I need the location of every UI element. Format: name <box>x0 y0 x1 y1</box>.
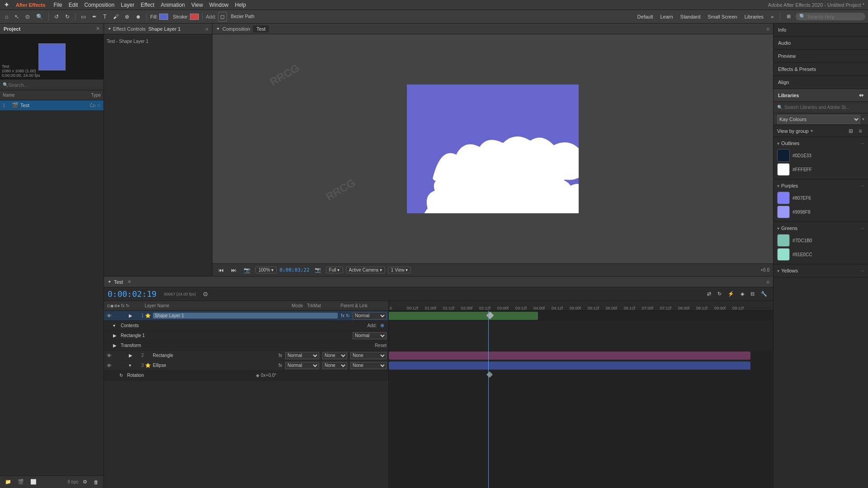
lib-search-input[interactable] <box>784 105 864 110</box>
layer-row-1[interactable]: 👁 ▶ 1 ⭐ Shape Layer 1 fx ↻ Normal <box>104 311 388 321</box>
layer-1-name[interactable]: Shape Layer 1 <box>153 313 338 319</box>
list-view-btn[interactable]: ≡ <box>856 127 864 135</box>
library-select[interactable]: Kay Colours <box>777 115 860 124</box>
menu-item-edit[interactable]: Edit <box>69 2 78 8</box>
layer-2-expand[interactable]: ▶ <box>129 353 135 358</box>
zoom-tool[interactable]: 🔍 <box>34 12 45 22</box>
layer-2-mode[interactable]: Normal <box>285 352 319 359</box>
layer-row-contents[interactable]: ▾ Contents Add: ⊕ <box>104 321 388 331</box>
add-content-btn[interactable]: ⊕ <box>378 321 387 331</box>
purples-header[interactable]: ▾ Purples ··· <box>777 181 864 190</box>
tl-ctrl-4[interactable]: ◈ <box>738 289 746 299</box>
ec-menu-icon[interactable]: ≡ <box>206 26 208 32</box>
menu-item-view[interactable]: View <box>191 2 203 8</box>
menu-item-file[interactable]: File <box>53 2 62 8</box>
layer-3-trkmat[interactable]: None <box>322 362 347 369</box>
rotation-value[interactable]: 0x+0.0° <box>261 373 387 378</box>
bezier-path[interactable]: Bezier Path <box>229 12 257 22</box>
yellows-header[interactable]: ▾ Yellows ··· <box>777 266 864 275</box>
project-item[interactable]: 1 🎬 Test Co ☆ <box>0 100 104 110</box>
layer-3-expand[interactable]: ▾ <box>129 363 135 368</box>
layer-row-3[interactable]: 👁 ▾ 3 ⭐ Ellipse fx Normal <box>104 361 388 371</box>
align-row[interactable]: Align <box>774 76 868 89</box>
track-area[interactable] <box>389 311 773 488</box>
new-folder-btn[interactable]: 📁 <box>3 477 14 487</box>
purples-more-icon[interactable]: ··· <box>861 183 864 188</box>
text-tool[interactable]: T <box>101 12 108 22</box>
workspace-small[interactable]: Small Screen <box>705 13 739 20</box>
layer-row-rect1[interactable]: ▶ Rectangle 1 Normal <box>104 331 388 341</box>
camera-view-select[interactable]: Active Camera ▾ <box>346 267 385 273</box>
layer-2-name[interactable]: Rectangle <box>153 353 275 358</box>
layer-row-2[interactable]: 👁 ▶ 2 Rectangle fx Normal <box>104 351 388 361</box>
timeline-close-icon[interactable]: ✕ <box>127 279 131 284</box>
layer-2-fx-icon[interactable]: fx <box>278 353 282 358</box>
track-bar-1[interactable] <box>389 312 538 320</box>
snap-btn[interactable]: 📷 <box>241 265 253 275</box>
search-bar[interactable]: 🔍 <box>796 13 865 20</box>
new-comp-btn[interactable]: 🎬 <box>15 477 26 487</box>
swatch-0d1e33[interactable] <box>777 149 790 162</box>
new-solid-btn[interactable]: ⬜ <box>28 477 39 487</box>
clone-tool[interactable]: ⊕ <box>123 12 132 22</box>
home-tool[interactable]: ⌂ <box>3 12 10 22</box>
panel-close-icon[interactable]: ✕ <box>96 26 100 32</box>
comp-tab[interactable]: Test <box>253 25 269 33</box>
paint-tool[interactable]: 🖌 <box>111 12 121 22</box>
orbit-tool[interactable]: ⊙ <box>23 12 32 22</box>
layer-3-fx-icon[interactable]: fx <box>278 363 282 368</box>
search-input[interactable] <box>807 14 862 19</box>
rect1-expand[interactable]: ▶ <box>113 333 119 338</box>
search-keyframe-btn[interactable]: ⊙ <box>203 291 208 297</box>
layer-row-rotation[interactable]: ↻ Rotation ◆ 0x+0.0° <box>104 371 388 380</box>
swatch-7dc1b0[interactable] <box>777 234 790 247</box>
preview-row[interactable]: Preview <box>774 50 868 62</box>
libraries-expand-icon[interactable]: ⇔ <box>859 92 863 99</box>
swatch-fffeff[interactable] <box>777 163 790 176</box>
play-pause-btn[interactable]: ⏮ <box>216 265 226 275</box>
layer-1-fx-icon[interactable]: fx <box>341 313 344 318</box>
menu-item-help[interactable]: Help <box>235 2 246 8</box>
tl-ctrl-3[interactable]: ⚡ <box>726 289 736 299</box>
swatch-91e0cc[interactable] <box>777 248 790 261</box>
playhead[interactable] <box>488 311 489 488</box>
chevron-down-icon[interactable]: ▾ <box>811 128 813 133</box>
stroke-color[interactable] <box>190 14 199 20</box>
layer-3-visibility[interactable]: 👁 <box>106 362 112 369</box>
select-tool[interactable]: ↖ <box>12 12 21 22</box>
add-button[interactable]: ◻ <box>218 12 227 22</box>
layer-1-motion-icon[interactable]: ↻ <box>346 313 349 318</box>
layer-1-visibility[interactable]: 👁 <box>106 313 112 319</box>
project-search-input[interactable] <box>8 82 101 88</box>
workspace-libraries[interactable]: Libraries <box>742 13 766 20</box>
tl-ctrl-6[interactable]: 🔧 <box>759 289 769 299</box>
puppet-tool[interactable]: ☻ <box>133 12 144 22</box>
redo-tool[interactable]: ↻ <box>63 12 72 22</box>
workspace-learn[interactable]: Learn <box>658 13 675 20</box>
info-row[interactable]: Info <box>774 23 868 36</box>
layer-2-parent[interactable]: None <box>350 352 387 359</box>
libraries-search[interactable]: 🔍 <box>774 102 868 113</box>
quality-select[interactable]: Full ▾ <box>326 267 343 273</box>
workspace-standard[interactable]: Standard <box>678 13 703 20</box>
outlines-more-icon[interactable]: ··· <box>861 141 864 146</box>
current-time[interactable]: 0:00:02:19 <box>108 289 156 299</box>
greens-more-icon[interactable]: ··· <box>861 226 864 231</box>
project-search[interactable]: 🔍 <box>0 80 104 90</box>
menu-item-animation[interactable]: Animation <box>161 2 185 8</box>
layer-3-name[interactable]: Ellipse <box>153 363 275 368</box>
layer-row-transform[interactable]: ▶ Transform Reset <box>104 341 388 351</box>
swatch-807ef6[interactable] <box>777 192 790 204</box>
menu-item-composition[interactable]: Composition <box>84 2 114 8</box>
fill-color[interactable] <box>159 14 168 20</box>
settings-btn[interactable]: ⚙ <box>80 477 90 487</box>
swatch-9998f8[interactable] <box>777 206 790 218</box>
rect1-mode[interactable]: Normal <box>353 332 387 339</box>
outlines-header[interactable]: ▾ Outlines ··· <box>777 139 864 148</box>
undo-tool[interactable]: ↺ <box>52 12 61 22</box>
layer-1-mode[interactable]: Normal <box>353 312 387 319</box>
layout-toggle[interactable]: ⊞ <box>784 13 793 20</box>
composition-canvas[interactable]: RRCG 人人素材 RRCG <box>212 34 773 263</box>
views-select[interactable]: 1 View ▾ <box>388 267 411 273</box>
menu-item-window[interactable]: Window <box>209 2 229 8</box>
